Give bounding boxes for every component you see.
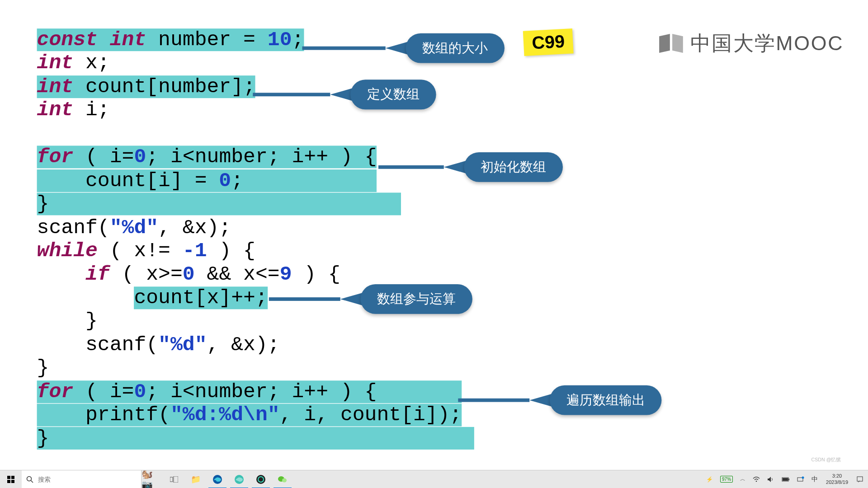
svg-rect-7 — [174, 476, 178, 483]
connect-icon — [797, 476, 804, 483]
svg-rect-0 — [7, 476, 10, 479]
start-button[interactable] — [0, 470, 22, 488]
taskbar-app-edge[interactable] — [207, 470, 228, 488]
taskbar-app-explorer[interactable]: 📁 — [185, 470, 207, 488]
clock-date: 2023/8/19 — [826, 479, 848, 485]
brand-text: 中国大学MOOC — [690, 30, 844, 57]
slide-content: 中国大学MOOC C99 数组的大小 定义数组 初始化数组 数组参与运算 遍历 — [0, 0, 868, 488]
callout-iterate-array: 遍历数组输出 — [458, 385, 661, 415]
tray-battery[interactable]: 97% — [717, 470, 736, 488]
windows-icon — [7, 476, 14, 483]
svg-point-4 — [27, 476, 32, 481]
taskview-icon — [170, 476, 178, 483]
edge-icon — [212, 474, 222, 484]
edge-beta-icon — [234, 474, 244, 484]
taskbar-apps: 🐿️📷 📁 — [142, 470, 293, 488]
svg-rect-3 — [11, 480, 14, 483]
tray-connect-icon[interactable] — [794, 470, 807, 488]
svg-rect-6 — [170, 477, 173, 482]
tray-volume-icon[interactable] — [764, 470, 777, 488]
wifi-icon — [753, 477, 760, 482]
callout-define-array: 定义数组 — [253, 80, 436, 109]
taskbar-app-wechat[interactable] — [272, 470, 293, 488]
tray-charging-icon[interactable]: ⚡ — [703, 470, 716, 488]
tray-chevron-up-icon[interactable]: ︿ — [737, 470, 748, 488]
svg-rect-1 — [11, 476, 14, 479]
tray-clock[interactable]: 3:20 2023/8/19 — [822, 473, 852, 485]
svg-rect-20 — [857, 477, 863, 481]
svg-point-13 — [282, 478, 287, 482]
tray-battery-icon[interactable] — [779, 470, 793, 488]
svg-rect-17 — [783, 478, 788, 481]
clock-time: 3:20 — [832, 473, 842, 479]
book-icon — [658, 33, 684, 54]
svg-point-19 — [802, 476, 804, 479]
taskbar-app-obs[interactable] — [250, 470, 272, 488]
battery-icon — [782, 477, 790, 482]
callout-init-array: 初始化数组 — [378, 152, 563, 182]
callout-label: 数组的大小 — [406, 33, 505, 63]
taskbar-taskview[interactable] — [163, 470, 185, 488]
svg-rect-2 — [7, 480, 10, 483]
brand-logo: 中国大学MOOC — [658, 30, 844, 57]
callout-use-array: 数组参与运算 — [269, 284, 472, 314]
c99-tag: C99 — [523, 28, 574, 56]
wechat-icon — [278, 474, 288, 484]
volume-icon — [767, 476, 774, 483]
callout-array-size: 数组的大小 — [302, 33, 505, 63]
tray-wifi-icon[interactable] — [750, 470, 763, 488]
taskbar-search[interactable] — [22, 470, 142, 488]
search-input[interactable] — [38, 476, 137, 483]
callout-label: 初始化数组 — [464, 152, 562, 182]
callout-label: 数组参与运算 — [360, 284, 472, 314]
taskbar: 🐿️📷 📁 ⚡ 97% ︿ 中 — [0, 470, 868, 488]
watermark: CSDN @忆愫 — [811, 457, 841, 463]
obs-icon — [256, 474, 266, 484]
callout-label: 定义数组 — [350, 80, 436, 109]
notifications-icon — [856, 476, 863, 483]
svg-line-5 — [31, 480, 33, 483]
svg-rect-16 — [788, 479, 789, 480]
taskbar-app-edge-beta[interactable] — [228, 470, 250, 488]
tray-ime[interactable]: 中 — [809, 470, 821, 488]
callout-label: 遍历数组输出 — [550, 385, 661, 415]
search-icon — [26, 476, 33, 483]
taskbar-app-squirrelmail[interactable]: 🐿️📷 — [142, 470, 163, 488]
svg-point-14 — [756, 480, 757, 482]
system-tray: ⚡ 97% ︿ 中 3:20 2023/8/19 — [703, 470, 868, 488]
tray-notifications-icon[interactable] — [854, 470, 866, 488]
